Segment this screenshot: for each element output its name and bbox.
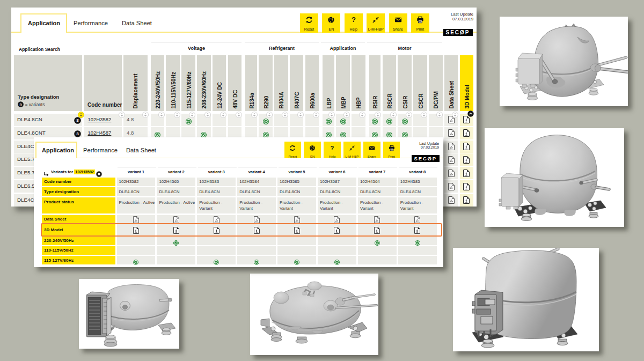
svg-text:?: ?	[352, 16, 356, 24]
svg-text:n: n	[19, 102, 21, 106]
svg-text:?: ?	[331, 145, 334, 151]
svg-text:3: 3	[76, 131, 79, 136]
